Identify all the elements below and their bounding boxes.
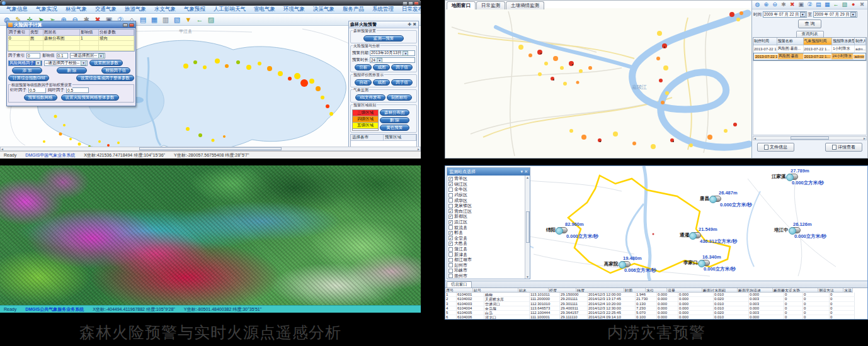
detail-view-button[interactable]: 详情查看 — [825, 143, 862, 152]
checkbox[interactable] — [448, 247, 453, 252]
menu-item[interactable]: 决策气象 — [309, 6, 338, 13]
tab-soil-moisture[interactable]: 土壤墒情监测 — [506, 1, 544, 9]
delete-button[interactable]: 删 除 — [57, 67, 87, 74]
column-header[interactable]: 水温 — [843, 288, 853, 293]
table-row[interactable]: 36104003雷通河口 112.30101029.3011112014/12/… — [445, 302, 867, 306]
checkbox[interactable]: ✓ — [448, 220, 453, 225]
column-header[interactable]: 流量 — [667, 288, 702, 293]
column-header[interactable]: 断面过水面积 — [702, 288, 738, 293]
menu-item[interactable]: 气象信息 — [3, 6, 31, 13]
station-marker[interactable]: 16.340m 李家口 0.000立方米/秒 — [683, 254, 736, 272]
toolbar-icon[interactable]: ▤ — [815, 1, 822, 8]
menu-item[interactable]: 气象实况 — [32, 6, 61, 13]
table-row[interactable]: 46104004金马堰 113.64657329.4003112014/12/3… — [445, 306, 867, 311]
column-header[interactable]: 水位 — [646, 288, 667, 293]
set-integrated-button[interactable]: 设置综合集成因子整体参数 — [76, 75, 134, 81]
station-marker[interactable]: 26.487m 唐昌 0.000立方米/秒 — [700, 190, 752, 208]
info-window-tab[interactable]: 信息窗口 — [447, 281, 472, 287]
column-header[interactable]: 测流方法 — [818, 288, 843, 293]
collapse-icon[interactable]: ▾ — [521, 169, 523, 174]
date-to-input[interactable]: 2009 年 07 月 29 日▼ — [813, 11, 857, 18]
toolbar-icon[interactable]: ▧ — [841, 1, 848, 8]
factor-index-input[interactable]: 0 — [26, 53, 40, 59]
checkbox[interactable] — [448, 269, 453, 273]
monitor-warning-button[interactable]: 监测—预警 — [363, 35, 404, 42]
menu-item[interactable]: 人工影响天气 — [210, 6, 249, 13]
delete-area-button[interactable]: 删 除 — [380, 117, 409, 123]
panel-hscrollbar[interactable]: ◄► — [753, 136, 867, 140]
dialog-titlebar[interactable]: 火险因子计算 — [7, 21, 135, 28]
menu-item[interactable]: 雷电气象 — [250, 6, 279, 13]
checkbox[interactable] — [448, 274, 453, 278]
factor-grid[interactable]: 因子索引 类型 图层名 影响值 分析参数 0 面 森林分布图 1 坡向 — [8, 29, 135, 52]
file-info-button[interactable]: 文件信息 — [757, 143, 794, 152]
yellow-warning-button[interactable]: 黄色预警 — [380, 125, 409, 131]
layer-params-button[interactable]: 设置图层参数 — [89, 60, 123, 66]
factor-type-select[interactable]: 风险网格因子▼ — [8, 60, 42, 66]
menu-item[interactable]: 交通气象 — [91, 6, 120, 13]
station-marker[interactable]: 82.960m 绵阳 0.000立方米/秒 — [546, 221, 598, 240]
checkbox[interactable] — [448, 263, 453, 267]
column-header[interactable]: 纬度 — [576, 288, 624, 293]
forest-map-button[interactable]: 森林分布图 — [380, 109, 409, 116]
layer-select[interactable]: --请选择图层--▼ — [70, 53, 105, 59]
menu-item[interactable]: 气象预报 — [180, 6, 209, 13]
xls-publish-button[interactable]: xls文件发布 — [355, 94, 385, 101]
checkbox[interactable] — [448, 187, 453, 192]
menu-item[interactable]: 林业气象 — [62, 6, 91, 13]
dialog-minimize-button[interactable] — [123, 23, 128, 27]
warning-date-select[interactable]: 2013年10月13日▼ — [370, 50, 415, 56]
remote-sensing-image[interactable] — [0, 165, 421, 305]
factor-value2-button[interactable]: 因子值 — [391, 79, 413, 86]
table-row[interactable]: 56104005白马 112.10044429.3641572014/12/3 … — [445, 311, 867, 315]
query-button[interactable]: 查 询 — [798, 20, 822, 28]
column-header[interactable]: 经度 — [549, 288, 576, 293]
factor-check-select[interactable]: --请选择因子校验--▼ — [44, 60, 88, 66]
make-map-button[interactable]: 成图 — [373, 64, 390, 70]
make-map2-button[interactable]: 成图 — [373, 79, 390, 86]
toolbar-icon[interactable]: ✖ — [859, 1, 865, 8]
table-row[interactable]: 66104006河北口 111.10000129.1111102014/12/4… — [445, 315, 867, 320]
calc-grid-button[interactable]: 计算综合指数Grid — [8, 75, 49, 81]
checkbox[interactable]: ✓ — [448, 182, 453, 186]
station-marker[interactable]: 21.549m 通灌 436.312立方米/秒 — [680, 226, 737, 245]
check-factor-button[interactable]: 校验因子值 — [101, 67, 131, 74]
checkbox[interactable]: ✓ — [448, 231, 453, 235]
column-header[interactable]: 序号 — [445, 288, 473, 293]
close-button[interactable] — [414, 1, 419, 5]
factor-grid-row[interactable]: 0 面 森林分布图 1 坡向 — [8, 36, 134, 41]
needle-factor-input[interactable]: 0.5 — [28, 87, 46, 93]
pin-icon[interactable]: ✚ — [407, 22, 412, 27]
broad-factor-input[interactable]: 0.5 — [66, 87, 89, 93]
toolbar-icon[interactable]: ◍ — [754, 1, 761, 8]
toolbar-icon[interactable]: ✖ — [789, 1, 796, 8]
toolbar-icon[interactable]: ← — [195, 15, 204, 24]
toolbar-icon[interactable]: ▦ — [824, 1, 831, 8]
minimize-button[interactable] — [403, 1, 408, 5]
column-header[interactable]: 水势 — [792, 288, 818, 293]
maximize-button[interactable] — [408, 1, 413, 5]
analyze-button[interactable]: 分析 — [355, 64, 372, 70]
table-row[interactable]: 2013-07-22 1... 风险图:暴雨... 2013-07-22 1..… — [753, 45, 866, 53]
station-marker[interactable]: 19.480m 高家院 0.006立方米/秒 — [604, 255, 656, 274]
checkbox[interactable] — [448, 258, 453, 262]
checkbox[interactable]: ✓ — [448, 236, 453, 240]
table-row[interactable]: 26104002天府桥水库 111.20000029.2011112014/12… — [445, 297, 867, 301]
toolbar-icon[interactable]: ② — [806, 1, 813, 8]
table-row-selected[interactable]: 2013-07-22 1... 风险图:暴雨 2013-07-22 1... 2… — [753, 53, 866, 60]
checkbox[interactable] — [448, 225, 453, 230]
column-header[interactable]: 时间 — [624, 288, 646, 293]
table-header-row[interactable]: 制作时间 预警名称 气象预报时间 预报降水类型 制作人 — [753, 38, 866, 45]
toolbar-icon[interactable]: ▥ — [161, 15, 170, 24]
warning-duration-select[interactable]: 24▼ — [370, 57, 415, 63]
table-row[interactable]: 16104001杨柳 113.10101129.1500002014/12/3 … — [445, 293, 867, 297]
checkbox[interactable] — [448, 204, 453, 208]
auto-button[interactable]: 自动 — [355, 79, 372, 86]
toolbar-icon[interactable]: ● — [850, 1, 857, 8]
checkbox[interactable]: ✓ — [448, 242, 453, 246]
tab-map-window[interactable]: 地图窗口 — [447, 1, 476, 9]
set-fire-params-button[interactable]: 设置火险预警网格整体参数 — [61, 94, 119, 101]
warn-grid-button[interactable]: 预警指数网格 — [24, 94, 57, 101]
tab-daily-monitor[interactable]: 日常监测 — [476, 1, 505, 9]
menu-item[interactable]: 环境气象 — [280, 6, 309, 13]
